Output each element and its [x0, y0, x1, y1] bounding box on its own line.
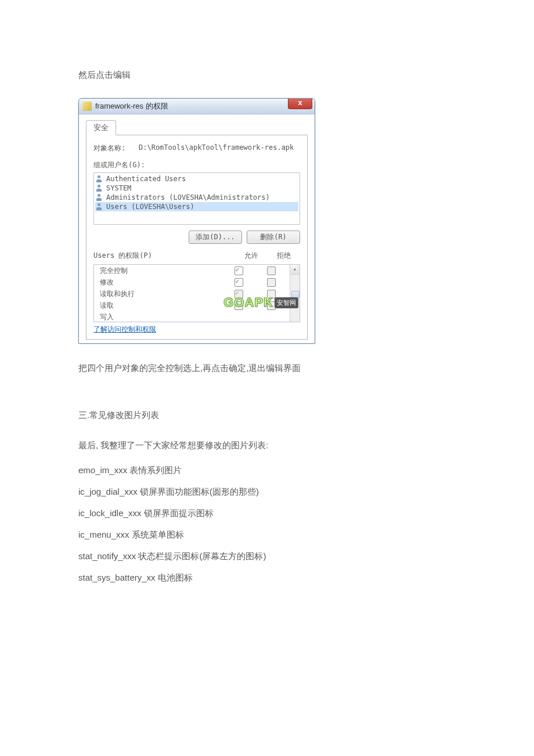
user-label: Authenticated Users [106, 175, 186, 183]
list-item[interactable]: SYSTEM [95, 183, 298, 193]
user-label: Administrators (LOVESHA\Administrators) [106, 193, 270, 201]
add-button[interactable]: 添加(D)... [189, 231, 242, 244]
permissions-dialog: framework-res 的权限 x 安全 对象名称: D:\RomTools… [78, 98, 315, 344]
close-button[interactable]: x [288, 98, 312, 109]
checkbox-allow[interactable] [234, 301, 243, 310]
image-list-item: stat_notify_xxx 状态栏提示图标(屏幕左方的图标) [78, 551, 456, 562]
user-icon [96, 185, 104, 192]
permission-name: 修改 [96, 278, 222, 287]
list-item[interactable]: Authenticated Users [95, 174, 298, 183]
user-icon [96, 175, 104, 182]
permissions-list: ▴ 完全控制 修改 读取和执行 [93, 264, 300, 322]
image-list-item: emo_im_xxx 表情系列图片 [78, 465, 456, 476]
intro-text: 最后, 我整理了一下大家经常想要修改的图片列表: [78, 438, 456, 452]
group-users-label: 组或用户名(G): [93, 160, 300, 170]
folder-icon [82, 102, 92, 111]
instruction-text-1: 然后点击编辑 [78, 70, 456, 81]
remove-button[interactable]: 删除(R) [247, 231, 300, 244]
object-name-label: 对象名称: [93, 143, 139, 153]
users-listbox[interactable]: Authenticated Users SYSTEM Administrator… [93, 172, 300, 225]
scroll-up-icon[interactable]: ▴ [290, 265, 300, 275]
user-icon [96, 203, 104, 210]
checkbox-allow[interactable] [234, 267, 243, 275]
window-title: framework-res 的权限 [95, 101, 168, 111]
user-label: SYSTEM [106, 184, 131, 192]
list-item-selected[interactable]: Users (LOVESHA\Users) [95, 202, 298, 211]
permissions-column-header: Users 的权限(P) [93, 251, 235, 261]
section-3-title: 三.常见修改图片列表 [78, 410, 456, 421]
permission-name: 完全控制 [96, 266, 222, 276]
scroll-thumb[interactable] [291, 291, 300, 298]
image-list-item: stat_sys_battery_xx 电池图标 [78, 573, 456, 584]
object-name-value: D:\RomTools\apkTool\framework-res.apk [139, 143, 300, 153]
allow-column-header: 允许 [235, 251, 268, 261]
tab-security[interactable]: 安全 [86, 120, 116, 135]
user-label: Users (LOVESHA\Users) [106, 203, 194, 211]
permission-name: 写入 [96, 312, 222, 322]
permission-name: 读取 [96, 301, 222, 311]
checkbox-deny[interactable] [267, 267, 276, 275]
user-icon [96, 194, 104, 201]
deny-column-header: 拒绝 [268, 251, 300, 261]
checkbox-allow[interactable] [234, 290, 243, 298]
permission-row: 读取和执行 [94, 288, 290, 300]
image-list-item: ic_menu_xxx 系统菜单图标 [78, 530, 456, 541]
permission-row: 修改 [94, 276, 290, 288]
titlebar[interactable]: framework-res 的权限 x [79, 99, 315, 114]
checkbox-allow[interactable] [234, 278, 243, 287]
permission-row: 完全控制 [94, 265, 290, 276]
image-list-item: ic_lock_idle_xxx 锁屏界面提示图标 [78, 508, 456, 519]
checkbox-deny[interactable] [267, 278, 276, 287]
learn-more-link[interactable]: 了解访问控制和权限 [93, 325, 156, 334]
permission-row: 写入 [94, 311, 290, 323]
checkbox-deny[interactable] [267, 301, 276, 310]
scrollbar[interactable]: ▴ [290, 265, 300, 322]
permission-row: 读取 [94, 300, 290, 311]
tab-panel: 对象名称: D:\RomTools\apkTool\framework-res.… [86, 135, 308, 340]
permission-name: 读取和执行 [96, 289, 222, 299]
instruction-text-2: 把四个用户对象的完全控制选上,再点击确定,退出编辑界面 [78, 361, 456, 375]
list-item[interactable]: Administrators (LOVESHA\Administrators) [95, 193, 298, 202]
checkbox-deny[interactable] [267, 290, 276, 298]
image-list-item: ic_jog_dial_xxx 锁屏界面功能图标(圆形的那些) [78, 487, 456, 498]
